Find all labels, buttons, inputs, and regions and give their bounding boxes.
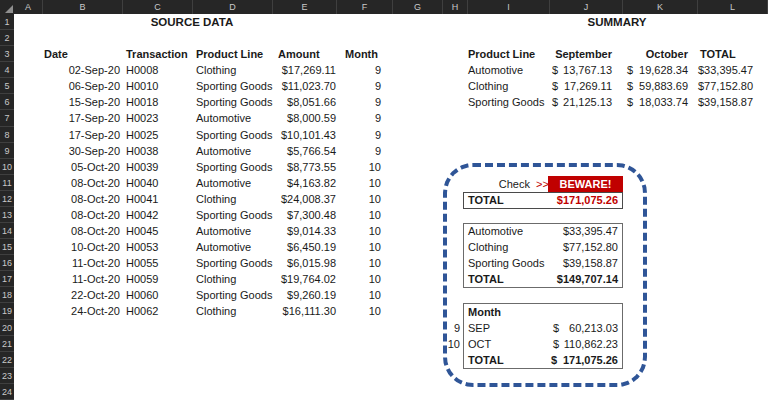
cell-date[interactable]: 17-Sep-20 <box>44 110 120 126</box>
summary-header-product-line[interactable]: Product Line <box>468 46 548 62</box>
summary-cell-total[interactable]: $39,158.87 <box>698 94 753 110</box>
source-header-date[interactable]: Date <box>44 46 120 62</box>
cell-month[interactable]: 10 <box>345 255 381 271</box>
row-header-13[interactable]: 13 <box>0 207 14 223</box>
column-header-f[interactable]: F <box>337 0 393 14</box>
source-header-transaction[interactable]: Transaction <box>126 46 190 62</box>
cell-amount[interactable]: $19,764.02 <box>250 271 336 287</box>
grand-total-value[interactable]: $171,075.26 <box>480 192 618 208</box>
cell-month[interactable]: 9 <box>345 143 381 159</box>
row-header-15[interactable]: 15 <box>0 239 14 255</box>
cell-date[interactable]: 22-Oct-20 <box>44 287 120 303</box>
cell-month[interactable]: 10 <box>345 191 381 207</box>
cell-amount[interactable]: $8,000.59 <box>250 110 336 126</box>
source-header-amount[interactable]: Amount <box>278 46 338 62</box>
cell-amount[interactable]: $6,015.98 <box>250 255 336 271</box>
cell-date[interactable]: 08-Oct-20 <box>44 223 120 239</box>
product-box-value[interactable]: $33,395.47 <box>480 223 618 239</box>
row-header-22[interactable]: 22 <box>0 352 14 368</box>
summary-cell-october[interactable]: $19,628.34 <box>627 62 688 78</box>
cell-month[interactable]: 10 <box>345 223 381 239</box>
summary-header-september[interactable]: September <box>552 46 612 62</box>
row-header-24[interactable]: 24 <box>0 384 14 400</box>
source-data-title[interactable]: SOURCE DATA <box>92 14 292 30</box>
month-outside-number[interactable]: 9 <box>440 320 460 336</box>
cell-month[interactable]: 10 <box>345 159 381 175</box>
cell-month[interactable]: 9 <box>345 62 381 78</box>
product-box-value[interactable]: $77,152.80 <box>480 239 618 255</box>
source-header-month[interactable]: Month <box>345 46 381 62</box>
summary-title[interactable]: SUMMARY <box>517 14 717 30</box>
row-header-19[interactable]: 19 <box>0 303 14 319</box>
cell-transaction[interactable]: H0010 <box>126 78 190 94</box>
cell-date[interactable]: 05-Oct-20 <box>44 159 120 175</box>
cell-transaction[interactable]: H0023 <box>126 110 190 126</box>
row-header-16[interactable]: 16 <box>0 255 14 271</box>
row-header-12[interactable]: 12 <box>0 191 14 207</box>
cell-transaction[interactable]: H0045 <box>126 223 190 239</box>
column-header-g[interactable]: G <box>393 0 443 14</box>
row-header-7[interactable]: 7 <box>0 110 14 126</box>
cell-date[interactable]: 15-Sep-20 <box>44 94 120 110</box>
cell-amount[interactable]: $16,111.30 <box>250 303 336 319</box>
row-header-4[interactable]: 4 <box>0 62 14 78</box>
month-box-header[interactable]: Month <box>468 304 528 320</box>
column-header-j[interactable]: J <box>550 0 623 14</box>
row-header-8[interactable]: 8 <box>0 127 14 143</box>
summary-cell-september[interactable]: $21,125.13 <box>552 94 612 110</box>
cell-transaction[interactable]: H0039 <box>126 159 190 175</box>
summary-cell-product-line[interactable]: Sporting Goods <box>468 94 550 110</box>
row-header-14[interactable]: 14 <box>0 223 14 239</box>
cell-amount[interactable]: $8,773.55 <box>250 159 336 175</box>
cell-amount[interactable]: $10,101.43 <box>250 127 336 143</box>
cell-date[interactable]: 11-Oct-20 <box>44 271 120 287</box>
cell-month[interactable]: 10 <box>345 287 381 303</box>
product-box-total-value[interactable]: $149,707.14 <box>480 271 618 287</box>
cell-amount[interactable]: $11,023.70 <box>250 78 336 94</box>
row-header-23[interactable]: 23 <box>0 368 14 384</box>
column-header-d[interactable]: D <box>193 0 273 14</box>
cell-transaction[interactable]: H0040 <box>126 175 190 191</box>
cell-transaction[interactable]: H0041 <box>126 191 190 207</box>
row-header-10[interactable]: 10 <box>0 159 14 175</box>
column-header-k[interactable]: K <box>623 0 698 14</box>
column-header-c[interactable]: C <box>123 0 193 14</box>
cell-amount[interactable]: $8,051.66 <box>250 94 336 110</box>
month-box-value[interactable]: $110,862.23 <box>553 336 618 352</box>
column-header-a[interactable]: A <box>14 0 43 14</box>
cell-amount[interactable]: $9,014.33 <box>250 223 336 239</box>
cell-amount[interactable]: $9,260.19 <box>250 287 336 303</box>
cell-month[interactable]: 10 <box>345 271 381 287</box>
cell-date[interactable]: 02-Sep-20 <box>44 62 120 78</box>
cell-transaction[interactable]: H0038 <box>126 143 190 159</box>
summary-header-october[interactable]: October <box>627 46 688 62</box>
row-header-20[interactable]: 20 <box>0 320 14 336</box>
check-label[interactable]: Check <box>480 176 530 192</box>
month-box-label[interactable]: OCT <box>468 336 528 352</box>
summary-cell-total[interactable]: $33,395.47 <box>698 62 753 78</box>
cell-date[interactable]: 08-Oct-20 <box>44 191 120 207</box>
beware-cell[interactable]: BEWARE! <box>548 176 623 192</box>
cell-transaction[interactable]: H0062 <box>126 303 190 319</box>
cell-date[interactable]: 17-Sep-20 <box>44 127 120 143</box>
cell-amount[interactable]: $17,269.11 <box>250 62 336 78</box>
summary-cell-product-line[interactable]: Clothing <box>468 78 550 94</box>
cell-month[interactable]: 10 <box>345 207 381 223</box>
cell-month[interactable]: 9 <box>345 78 381 94</box>
row-header-6[interactable]: 6 <box>0 94 14 110</box>
column-header-e[interactable]: E <box>273 0 337 14</box>
month-outside-number[interactable]: 10 <box>440 336 460 352</box>
cell-amount[interactable]: $6,450.19 <box>250 239 336 255</box>
cell-date[interactable]: 06-Sep-20 <box>44 78 120 94</box>
cell-amount[interactable]: $5,766.54 <box>250 143 336 159</box>
row-header-17[interactable]: 17 <box>0 271 14 287</box>
cell-date[interactable]: 11-Oct-20 <box>44 255 120 271</box>
cell-month[interactable]: 10 <box>345 303 381 319</box>
month-box-total-label[interactable]: TOTAL <box>468 352 528 368</box>
row-header-1[interactable]: 1 <box>0 14 14 30</box>
cell-month[interactable]: 10 <box>345 175 381 191</box>
select-all-corner[interactable] <box>0 0 14 14</box>
cell-date[interactable]: 08-Oct-20 <box>44 207 120 223</box>
cell-transaction[interactable]: H0055 <box>126 255 190 271</box>
column-header-i[interactable]: I <box>468 0 550 14</box>
